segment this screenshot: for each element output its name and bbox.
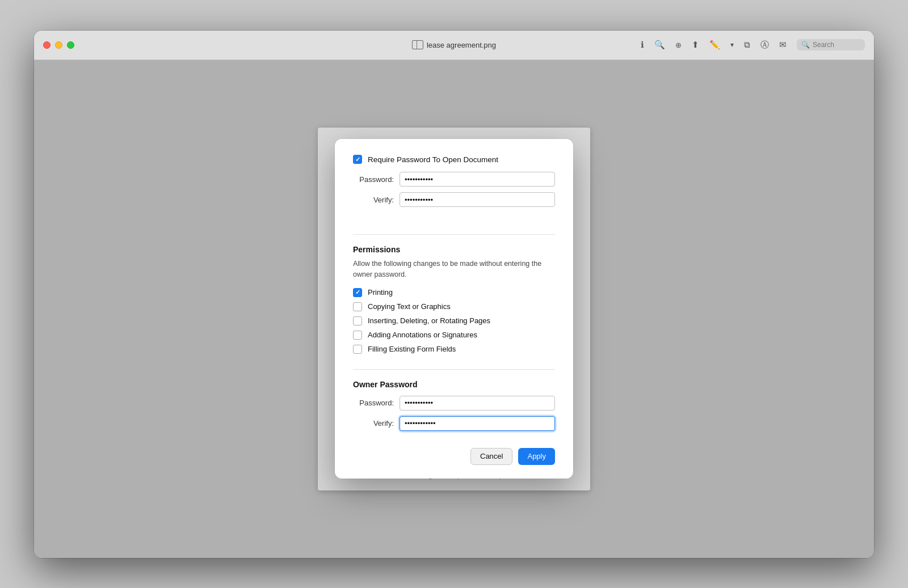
divider-1 (353, 234, 555, 235)
markup-arrow-icon[interactable]: ▾ (730, 41, 734, 49)
title-bar: lease agreement.png ℹ 🔍 ⊕ ⬆ ✏️ ▾ ⧉ Ⓐ ✉ 🔍… (34, 31, 874, 60)
permission-annotations-label: Adding Annotations or Signatures (368, 331, 477, 339)
search-placeholder: Search (813, 41, 834, 49)
search-bar[interactable]: 🔍 Search (797, 39, 865, 50)
owner-verify-label: Verify: (353, 419, 394, 428)
apply-button[interactable]: Apply (518, 448, 555, 465)
permission-copying: Copying Text or Graphics (353, 302, 555, 311)
info-icon[interactable]: ℹ (641, 40, 644, 50)
permission-inserting-checkbox[interactable] (353, 316, 362, 325)
permission-copying-checkbox[interactable] (353, 302, 362, 311)
sidebar-icon[interactable]: ⧉ (744, 40, 750, 50)
content-area: Lease Agreement (Rev. 1343BEC) Require P… (34, 60, 874, 558)
text-icon[interactable]: Ⓐ (760, 40, 769, 50)
owner-password-row: Password: (353, 396, 555, 411)
owner-password-input[interactable] (400, 396, 555, 411)
open-password-input[interactable] (400, 172, 555, 187)
permission-printing: Printing (353, 288, 555, 297)
cancel-button[interactable]: Cancel (470, 448, 512, 465)
title-bar-center: lease agreement.png (412, 40, 496, 49)
owner-password-title: Owner Password (353, 380, 555, 389)
permission-form-fields-checkbox[interactable] (353, 345, 362, 354)
permission-copying-label: Copying Text or Graphics (368, 302, 451, 311)
open-password-label: Password: (353, 175, 394, 184)
zoom-out-icon[interactable]: 🔍 (654, 40, 665, 50)
permissions-section: Permissions Allow the following changes … (353, 245, 555, 359)
permission-annotations: Adding Annotations or Signatures (353, 331, 555, 340)
mac-window: lease agreement.png ℹ 🔍 ⊕ ⬆ ✏️ ▾ ⧉ Ⓐ ✉ 🔍… (34, 31, 874, 558)
password-dialog: Require Password To Open Document Passwo… (335, 139, 573, 479)
close-button[interactable] (43, 41, 51, 49)
permission-inserting-label: Inserting, Deleting, or Rotating Pages (368, 316, 490, 325)
modal-overlay: Require Password To Open Document Passwo… (34, 60, 874, 558)
divider-2 (353, 369, 555, 370)
modal-footer: Cancel Apply (353, 448, 555, 465)
permission-printing-label: Printing (368, 288, 393, 297)
permission-form-fields: Filling Existing Form Fields (353, 345, 555, 354)
require-password-label: Require Password To Open Document (368, 155, 498, 164)
mail-icon[interactable]: ✉ (779, 40, 787, 50)
maximize-button[interactable] (67, 41, 74, 49)
permission-printing-checkbox[interactable] (353, 288, 362, 297)
open-verify-row: Verify: (353, 192, 555, 207)
window-title: lease agreement.png (427, 41, 496, 49)
open-verify-input[interactable] (400, 192, 555, 207)
permission-annotations-checkbox[interactable] (353, 331, 362, 340)
permissions-title: Permissions (353, 245, 555, 254)
require-password-checkbox[interactable] (353, 155, 362, 164)
minimize-button[interactable] (55, 41, 62, 49)
annotate-icon[interactable]: ✏️ (709, 40, 720, 50)
share-icon[interactable]: ⬆ (692, 40, 699, 50)
traffic-lights (43, 41, 74, 49)
permission-form-fields-label: Filling Existing Form Fields (368, 345, 456, 353)
owner-password-label: Password: (353, 399, 394, 407)
open-verify-label: Verify: (353, 196, 394, 204)
open-password-row: Password: (353, 172, 555, 187)
owner-verify-input[interactable] (400, 416, 555, 431)
require-password-row: Require Password To Open Document (353, 155, 555, 164)
toolbar-right: ℹ 🔍 ⊕ ⬆ ✏️ ▾ ⧉ Ⓐ ✉ 🔍 Search (641, 39, 865, 50)
sidebar-toggle-icon[interactable] (412, 40, 423, 49)
owner-password-section: Owner Password Password: Verify: (353, 380, 555, 437)
zoom-in-icon[interactable]: ⊕ (675, 41, 682, 49)
require-password-section: Require Password To Open Document Passwo… (353, 155, 555, 213)
permissions-desc: Allow the following changes to be made w… (353, 259, 555, 280)
permission-inserting: Inserting, Deleting, or Rotating Pages (353, 316, 555, 325)
search-icon: 🔍 (801, 41, 810, 49)
owner-verify-row: Verify: (353, 416, 555, 431)
